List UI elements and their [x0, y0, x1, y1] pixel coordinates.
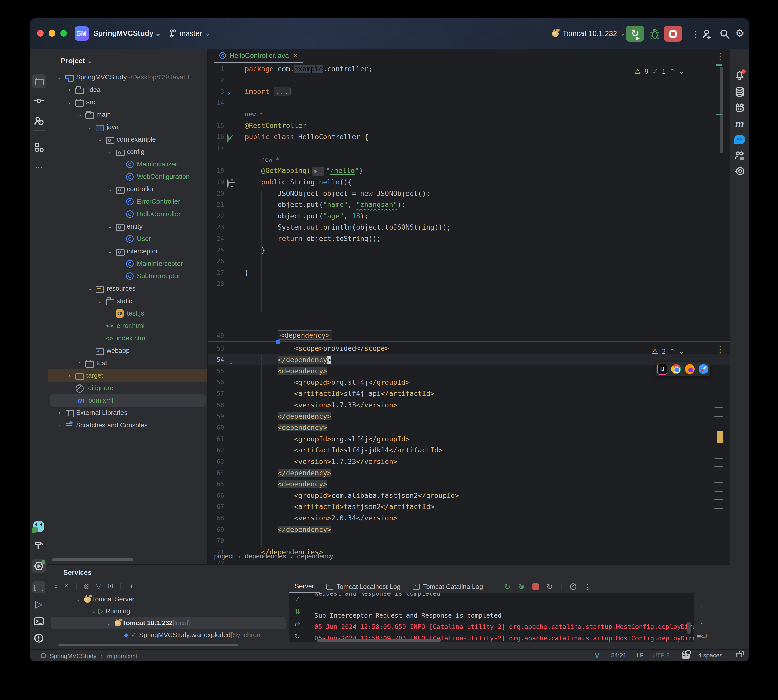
code-line[interactable]: 69 </dependency>	[208, 524, 730, 535]
java-editor[interactable]: 1package com.example.controller;23›impor…	[208, 63, 730, 329]
prev-problem-icon[interactable]: ⌃	[670, 68, 675, 75]
code-line[interactable]: 19 public String hello(){	[208, 177, 730, 188]
up-icon[interactable]: ↑	[700, 603, 704, 611]
add-service-icon[interactable]: ＋	[128, 582, 135, 590]
code-line[interactable]: 63 <version>1.7.33</version>	[208, 456, 730, 467]
tree-item-test-js[interactable]: JStest.js	[48, 307, 208, 320]
project-switcher[interactable]: SpringMVCStudy ⌄	[93, 29, 160, 38]
debug-button[interactable]	[649, 28, 660, 41]
next-problem-icon[interactable]: ⌄	[679, 68, 684, 75]
expand-all-icon[interactable]: ↕	[54, 582, 58, 590]
code-line[interactable]: 15@RestController	[208, 120, 730, 132]
rerun-server-icon[interactable]: ↻	[505, 582, 511, 591]
close-window-button[interactable]	[37, 30, 43, 37]
tree-item-user[interactable]: CUser	[48, 233, 208, 245]
tree-item-pom-xml[interactable]: mpom.xml	[50, 394, 206, 407]
code-line[interactable]: 54 </dependency>	[208, 354, 730, 366]
tree-item-resources[interactable]: ⌄resources	[48, 282, 208, 295]
url-mapping-icon[interactable]	[227, 178, 235, 186]
breadcrumb[interactable]: project› dependencies› dependency	[214, 552, 333, 560]
tree-item-entity[interactable]: ⌄entity	[48, 220, 208, 233]
intellij-browser-icon[interactable]: IJ	[658, 364, 667, 374]
file-encoding[interactable]: UTF-8	[653, 652, 670, 659]
code-line[interactable]: 28	[208, 278, 730, 290]
author-inlay-hint[interactable]: new *	[245, 111, 263, 118]
tree-item-interceptor[interactable]: ⌄interceptor	[48, 245, 208, 257]
code-line[interactable]: 55 <dependency>	[208, 365, 730, 377]
pull-requests-tool-button[interactable]	[32, 113, 46, 128]
code-line[interactable]: 22 object.put("age", 18);	[208, 210, 730, 222]
filter-icon[interactable]: ▽	[96, 582, 101, 590]
console-hscrollbar[interactable]	[317, 639, 441, 642]
chevron-icon[interactable]: ⌄	[75, 111, 85, 118]
services-tree-hscrollbar[interactable]	[58, 644, 238, 647]
chevron-icon[interactable]: ⌄	[105, 148, 115, 155]
rerun-button[interactable]: ↻▶	[626, 26, 644, 42]
editor-options-icon[interactable]: ⋮	[716, 344, 725, 355]
bottom-inspections-widget[interactable]: ⚠2 ⌃ ⌄	[652, 347, 684, 355]
safari-icon[interactable]	[699, 364, 708, 374]
code-line[interactable]: 60 <dependency>	[208, 422, 730, 433]
tree-item--gitignore[interactable]: .gitignore	[48, 382, 208, 394]
tree-item-webconfiguration[interactable]: CWebConfiguration	[48, 170, 208, 183]
code-line[interactable]: 67 <artifactId>fastjson2</artifactId>	[208, 501, 730, 513]
open-in-new-tab-icon[interactable]: ⊞	[108, 582, 113, 590]
search-everywhere-button[interactable]	[719, 28, 730, 41]
chevron-icon[interactable]: ⌄	[54, 74, 64, 81]
fold-icon[interactable]: ›	[227, 88, 235, 96]
line-separator[interactable]: LF	[636, 652, 644, 659]
url-inlay-chip[interactable]: ◍ ⌄	[312, 167, 324, 175]
tree-item-controller[interactable]: ⌄controller	[48, 183, 208, 195]
chevron-icon[interactable]: ›	[75, 360, 85, 367]
code-line[interactable]: 2	[208, 75, 730, 86]
code-line[interactable]: 25 }	[208, 245, 730, 256]
terminal-tool-button[interactable]	[32, 614, 46, 628]
notifications-button[interactable]	[733, 69, 747, 83]
code-line[interactable]: 59 </dependency>	[208, 411, 730, 422]
code-line[interactable]: 21 object.put("name", "zhangsan");	[208, 199, 730, 210]
code-line[interactable]: 62 <artifactId>slf4j-jdk14</artifactId>	[208, 445, 730, 456]
chat-plugin-tool-button[interactable]	[733, 132, 747, 147]
tree-item--idea[interactable]: ›.idea	[48, 83, 208, 96]
services-tree-war-exploded[interactable]: ◼ ✓ SpringMVCStudy:war exploded [Synchro…	[48, 629, 288, 641]
code-line[interactable]: 20 JSONObject object = new JSONObject();	[208, 188, 730, 199]
tree-item-static[interactable]: ⌄static	[48, 295, 208, 307]
code-line[interactable]: 65 <dependency>	[208, 478, 730, 490]
code-line[interactable]: 64 </dependency>	[208, 467, 730, 479]
dependencies-tool-button[interactable]: [ ]	[32, 580, 46, 595]
tree-item-index-html[interactable]: <>index.html	[48, 332, 208, 344]
tree-item-scratches-and-consoles[interactable]: ›Scratches and Consoles	[48, 419, 208, 432]
services-tree-tomcat-server[interactable]: ⌄ Tomcat Server	[48, 593, 288, 605]
chrome-icon[interactable]	[671, 364, 681, 374]
chevron-icon[interactable]: ⌄	[64, 99, 75, 105]
code-line[interactable]: 17	[208, 143, 730, 154]
tree-item-webapp[interactable]: webapp	[48, 344, 208, 357]
unlock-icon[interactable]	[736, 653, 742, 657]
intention-bulb-icon[interactable]	[227, 356, 235, 364]
tree-item-maininitializer[interactable]: CMainInitializer	[48, 158, 208, 170]
code-line[interactable]: 56 <groupId>org.slf4j</groupId>	[208, 377, 730, 388]
tree-item-maininterceptor[interactable]: CMainInterceptor	[48, 257, 208, 270]
tree-item-com-example[interactable]: ⌄com.example	[48, 133, 208, 146]
prev-problem-icon[interactable]: ⌃	[670, 348, 675, 355]
gopher-plugin-tool-button[interactable]	[32, 519, 46, 533]
maven-tool-button[interactable]: m	[733, 117, 747, 131]
more-options-icon[interactable]: ⋮	[584, 582, 591, 591]
code-line[interactable]: 27}	[208, 267, 730, 278]
code-line[interactable]: 57 <artifactId>slf4j-api</artifactId>	[208, 388, 730, 400]
swap-icon[interactable]: ⇄	[295, 620, 300, 628]
code-line[interactable]: 61 <groupId>org.slf4j</groupId>	[208, 433, 730, 445]
caret-position[interactable]: 54:21	[611, 652, 626, 659]
tree-item-target[interactable]: ›target	[48, 369, 208, 382]
commit-tool-button[interactable]	[32, 94, 46, 108]
chevron-icon[interactable]: ›	[64, 372, 75, 379]
chevron-icon[interactable]: ⌄	[85, 124, 95, 130]
inlay-hint-row[interactable]: new *	[208, 108, 730, 120]
chevron-icon[interactable]: ›	[64, 87, 75, 93]
chevron-icon[interactable]: ›	[54, 410, 64, 416]
tree-item-springmvcstudy[interactable]: ⌄SpringMVCStudy ~/Desktop/CS/JavaEE	[48, 71, 208, 83]
project-panel-header[interactable]: Project ⌄	[61, 57, 92, 65]
ai-assistant-tool-button[interactable]	[733, 101, 747, 115]
editor-tab-hellocontroller[interactable]: C HelloController.java ✕	[214, 49, 303, 63]
stop-button[interactable]	[664, 26, 682, 42]
